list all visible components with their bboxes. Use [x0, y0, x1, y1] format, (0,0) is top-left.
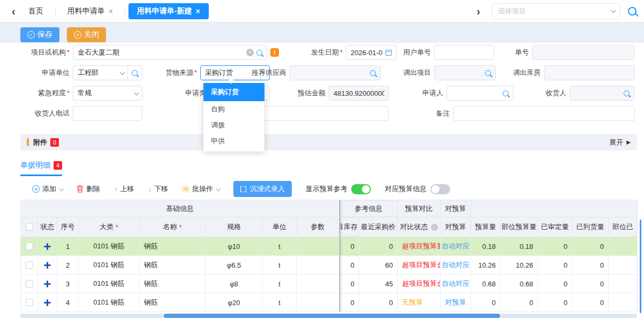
tabs-scroll-right-icon[interactable]: ›	[472, 6, 484, 17]
row-checkbox[interactable]	[26, 242, 33, 250]
apply-dept-select[interactable]: 工程部	[73, 65, 142, 80]
trash-icon	[77, 185, 84, 193]
row-checkbox[interactable]	[26, 299, 33, 306]
expand-button[interactable]: 展开 ▶	[609, 138, 631, 147]
source-option-1[interactable]: 自购	[203, 101, 264, 117]
add-button[interactable]: + 添加	[32, 184, 63, 194]
source-option-2[interactable]: 调拨	[203, 117, 264, 133]
immersive-entry-button[interactable]: 沉浸式录入	[233, 181, 292, 197]
info-icon[interactable]: i	[431, 224, 438, 231]
add-row-plus-icon[interactable]	[44, 299, 51, 306]
attachment-bar[interactable]: 附件 0 展开 ▶	[20, 134, 637, 150]
search-icon[interactable]	[132, 70, 138, 76]
cell-arrived_qty: 0	[572, 275, 609, 293]
source-option-3[interactable]: 甲供	[203, 133, 264, 149]
vertical-scrollbar[interactable]	[640, 219, 641, 313]
search-icon[interactable]	[370, 70, 376, 76]
project-org-input[interactable]: 金石大厦二期 ×	[73, 45, 267, 60]
search-icon[interactable]	[624, 90, 630, 96]
fullscreen-brackets-icon	[240, 186, 246, 192]
project-select[interactable]: 选择项目	[492, 3, 620, 19]
cell-arrived_qty: 0	[572, 256, 609, 275]
move-up-button[interactable]: ↑ 上移	[114, 184, 134, 194]
project-select-placeholder: 选择项目	[498, 6, 607, 16]
occur-date-input[interactable]: 2026-01-02 1	[346, 45, 397, 60]
search-icon[interactable]	[485, 70, 491, 76]
column-header-label: 序号	[61, 222, 75, 232]
add-row-plus-icon[interactable]	[44, 280, 51, 287]
source-option-0[interactable]: 采购订货	[203, 83, 264, 101]
search-icon[interactable]	[503, 90, 509, 96]
row-checkbox[interactable]	[26, 261, 33, 269]
table-row[interactable]: 30101 钢筋钢筋φ8t045超项目预算金额自动对应0.680.6800	[21, 275, 637, 293]
column-header-checkbox[interactable]	[21, 217, 38, 237]
cell-seq: 1	[57, 237, 79, 256]
user-doc-no-input[interactable]	[434, 45, 494, 60]
cell-budget_qty: 0	[471, 293, 501, 312]
table-row[interactable]: 40101 钢筋钢筋φ20t00无预算对预算0000	[21, 293, 637, 312]
remark-label: 备注	[400, 109, 450, 118]
cell-spec: φ10	[206, 237, 263, 256]
receiver-phone-label: 收货人电话	[20, 109, 70, 118]
column-header-label: 最近采购价	[361, 222, 396, 232]
tabs-scroll-left-icon[interactable]: ‹	[7, 6, 20, 17]
to-budget-link[interactable]: 自动对应	[442, 241, 469, 251]
remark-input[interactable]	[453, 106, 635, 121]
close-button[interactable]: × 关闭	[67, 27, 106, 42]
occur-date-value: 2026-01-02 1	[351, 49, 383, 57]
cell-category: 0101 钢筋	[79, 237, 140, 256]
to-budget-link[interactable]: 对预算	[445, 298, 466, 307]
to-budget-link[interactable]: 自动对应	[442, 260, 469, 270]
column-header-label: 大类	[100, 222, 113, 232]
tab-close-icon[interactable]: ×	[196, 7, 200, 15]
cell-name: 钢筋	[140, 237, 206, 256]
tab-material-request[interactable]: 用料申请单 ×	[59, 3, 122, 19]
urgency-select[interactable]: 常规	[73, 86, 142, 101]
required-asterisk: *	[179, 223, 181, 231]
cell-category: 0101 钢筋	[79, 293, 140, 312]
cell-part_budget_qty: 0.18	[501, 237, 538, 256]
column-header-seq: 序号	[57, 217, 79, 237]
save-button[interactable]: ✓ 保存	[20, 27, 59, 42]
search-icon[interactable]	[628, 7, 637, 16]
cell-param	[297, 275, 339, 293]
cell-param	[297, 256, 339, 275]
batch-ops-button[interactable]: 批操作	[182, 184, 219, 194]
cell-approved_qty: 0	[538, 293, 572, 312]
required-asterisk: *	[116, 223, 118, 231]
delete-button[interactable]: 删除	[77, 184, 100, 194]
applicant-input[interactable]	[446, 86, 513, 101]
budget-info-toggle[interactable]	[430, 184, 450, 194]
cell-recent_price: 45	[359, 275, 398, 293]
cell-spec: φ8	[206, 275, 263, 293]
urgency-label: 紧急程度	[20, 88, 70, 98]
select-all-checkbox[interactable]	[26, 223, 33, 231]
table-row[interactable]: 20101 钢筋钢筋φ6.5t060超项目预算金额自动对应10.2610.260…	[21, 256, 637, 275]
table-row[interactable]: 10101 钢筋钢筋φ10t00超项目预算量,自动对应0.180.1800	[21, 237, 637, 256]
horizontal-scrollbar[interactable]	[20, 314, 637, 318]
cell-seq: 3	[57, 275, 79, 293]
to-budget-link[interactable]: 自动对应	[442, 279, 469, 289]
toggle-knob	[431, 185, 440, 193]
arrow-up-icon: ↑	[114, 185, 118, 193]
tab-material-request-new[interactable]: 用料申请单-新建 ×	[128, 3, 209, 19]
tab-home[interactable]: 首页	[20, 3, 52, 19]
horizontal-scrollbar-thumb[interactable]	[164, 314, 500, 318]
clear-icon[interactable]: ×	[246, 49, 254, 56]
add-row-plus-icon[interactable]	[44, 243, 51, 250]
occur-date-label: 发生日期	[288, 48, 343, 57]
add-row-plus-icon[interactable]	[44, 262, 51, 269]
cell-budget_qty: 10.26	[471, 256, 501, 275]
receiver-phone-input[interactable]	[73, 106, 142, 121]
tab-detail-list[interactable]: 单据明细 4	[20, 161, 62, 176]
column-header-category: 大类*	[79, 217, 140, 237]
search-icon[interactable]	[256, 50, 262, 56]
move-down-button[interactable]: ↓ 下移	[148, 184, 169, 194]
source-dropdown: 采购订货自购调拨甲供	[203, 81, 264, 151]
column-header-name: 名称*	[140, 217, 206, 237]
row-checkbox[interactable]	[26, 280, 33, 287]
tab-close-icon[interactable]: ×	[109, 7, 113, 15]
compare-status-text: 无预算	[402, 298, 423, 307]
show-budget-ref-toggle[interactable]	[351, 184, 371, 194]
receiver-input	[570, 86, 634, 101]
